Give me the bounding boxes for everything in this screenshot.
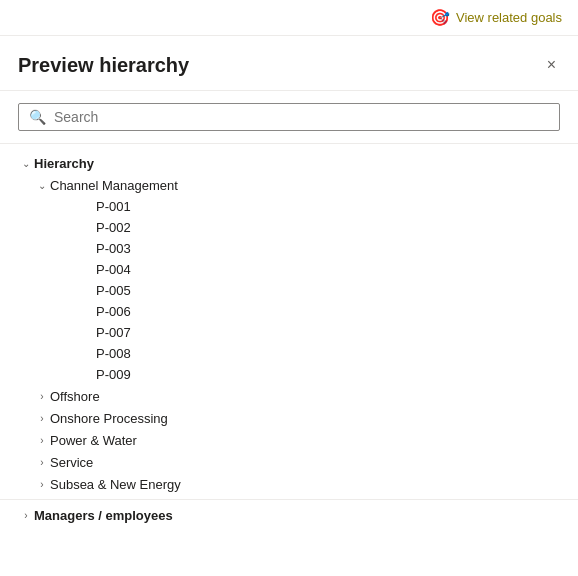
offshore-label: Offshore (50, 389, 100, 404)
p001-label: P-001 (96, 199, 131, 214)
tree-item-p003[interactable]: P-003 (0, 238, 578, 259)
chevron-offshore: › (34, 388, 50, 404)
p007-label: P-007 (96, 325, 131, 340)
close-button[interactable]: × (543, 52, 560, 78)
tree-item-p002[interactable]: P-002 (0, 217, 578, 238)
chevron-hierarchy: ⌄ (18, 155, 34, 171)
p008-label: P-008 (96, 346, 131, 361)
p009-label: P-009 (96, 367, 131, 382)
chevron-channel-management: ⌄ (34, 177, 50, 193)
channel-management-label: Channel Management (50, 178, 178, 193)
top-bar: 🎯 View related goals (0, 0, 578, 36)
tree-item-subsea[interactable]: › Subsea & New Energy (0, 473, 578, 495)
search-icon: 🔍 (29, 109, 46, 125)
tree-item-p008[interactable]: P-008 (0, 343, 578, 364)
view-related-goals-link[interactable]: 🎯 View related goals (430, 8, 562, 27)
goal-icon: 🎯 (430, 8, 450, 27)
tree-item-p009[interactable]: P-009 (0, 364, 578, 385)
tree-item-p006[interactable]: P-006 (0, 301, 578, 322)
tree-item-onshore-processing[interactable]: › Onshore Processing (0, 407, 578, 429)
tree-item-p005[interactable]: P-005 (0, 280, 578, 301)
chevron-managers: › (18, 507, 34, 523)
search-input[interactable] (54, 109, 549, 125)
tree-item-service[interactable]: › Service (0, 451, 578, 473)
panel-header: Preview hierarchy × (0, 36, 578, 91)
tree-item-power-water[interactable]: › Power & Water (0, 429, 578, 451)
section-divider (0, 499, 578, 500)
search-box: 🔍 (18, 103, 560, 131)
tree-item-offshore[interactable]: › Offshore (0, 385, 578, 407)
chevron-onshore: › (34, 410, 50, 426)
tree-item-p001[interactable]: P-001 (0, 196, 578, 217)
tree-item-channel-management[interactable]: ⌄ Channel Management (0, 174, 578, 196)
view-related-goals-label: View related goals (456, 10, 562, 25)
tree-item-p004[interactable]: P-004 (0, 259, 578, 280)
power-water-label: Power & Water (50, 433, 137, 448)
panel-title: Preview hierarchy (18, 54, 189, 77)
search-container: 🔍 (0, 91, 578, 144)
tree-item-hierarchy[interactable]: ⌄ Hierarchy (0, 152, 578, 174)
chevron-service: › (34, 454, 50, 470)
managers-employees-label: Managers / employees (34, 508, 173, 523)
subsea-label: Subsea & New Energy (50, 477, 181, 492)
p004-label: P-004 (96, 262, 131, 277)
onshore-processing-label: Onshore Processing (50, 411, 168, 426)
service-label: Service (50, 455, 93, 470)
p006-label: P-006 (96, 304, 131, 319)
p003-label: P-003 (96, 241, 131, 256)
tree-container: ⌄ Hierarchy ⌄ Channel Management P-001 P… (0, 144, 578, 534)
chevron-power-water: › (34, 432, 50, 448)
hierarchy-label: Hierarchy (34, 156, 94, 171)
chevron-subsea: › (34, 476, 50, 492)
tree-item-managers-employees[interactable]: › Managers / employees (0, 504, 578, 526)
tree-item-p007[interactable]: P-007 (0, 322, 578, 343)
p002-label: P-002 (96, 220, 131, 235)
p005-label: P-005 (96, 283, 131, 298)
